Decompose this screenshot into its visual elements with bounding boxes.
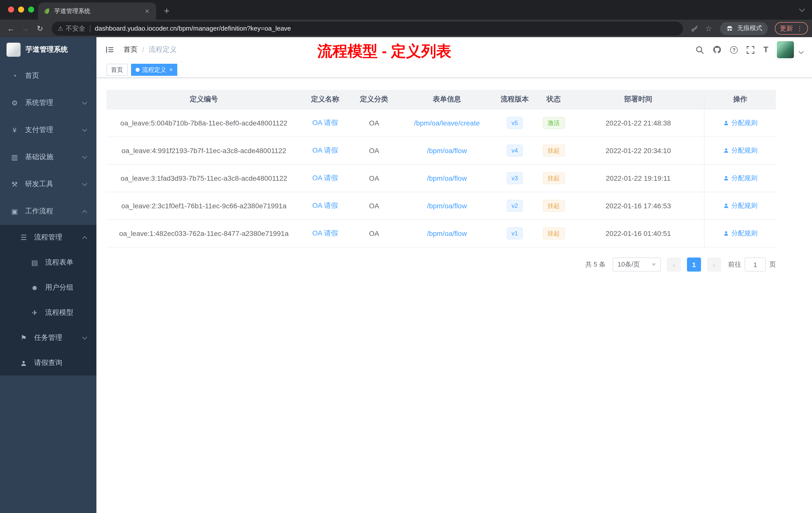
tag-home[interactable]: 首页: [107, 64, 127, 76]
assign-rule-label: 分配规则: [731, 174, 757, 183]
prev-page-button[interactable]: ‹: [667, 258, 681, 272]
search-icon[interactable]: [696, 46, 704, 54]
definition-table: 定义编号 定义名称 定义分类 表单信息 流程版本 状态 部署时间 操作 oa_l…: [107, 90, 776, 247]
close-window-button[interactable]: [8, 6, 14, 12]
macos-window-controls: [8, 6, 34, 12]
status-badge: 挂起: [543, 145, 565, 157]
cell-definition-name-link[interactable]: OA 请假: [301, 118, 349, 127]
select-chevron-icon: [652, 263, 656, 266]
cell-definition-id: oa_leave:1:482ec033-762a-11ec-8477-a2380…: [107, 230, 301, 237]
sidebar-item-process-model[interactable]: ✈ 流程模型: [0, 300, 96, 325]
goto-page-input[interactable]: [745, 258, 766, 272]
logo-avatar: [6, 43, 21, 57]
assign-rule-button[interactable]: 分配规则: [723, 229, 757, 238]
dashboard-icon: ◔: [9, 72, 20, 80]
incognito-label: 无痕模式: [737, 24, 762, 33]
new-tab-button[interactable]: +: [159, 3, 174, 19]
browser-update-button[interactable]: 更新 ⋮: [775, 22, 808, 35]
briefcase-icon: ▣: [9, 207, 20, 215]
help-icon[interactable]: ?: [730, 46, 738, 54]
security-label[interactable]: 不安全: [66, 24, 85, 33]
cell-form-link[interactable]: /bpm/oa/flow: [399, 230, 495, 237]
sidebar-item-dev-tools[interactable]: ⚒ 研发工具: [0, 171, 96, 198]
sidebar-item-home[interactable]: ◔ 首页: [0, 62, 96, 89]
version-badge: v5: [506, 117, 523, 129]
font-size-icon[interactable]: T: [763, 45, 768, 54]
next-page-button[interactable]: ›: [707, 258, 721, 272]
sidebar-item-label: 流程模型: [45, 308, 73, 317]
assign-rule-button[interactable]: 分配规则: [723, 146, 757, 155]
sidebar-item-workflow[interactable]: ▣ 工作流程: [0, 198, 96, 225]
pagination-goto: 前往 页: [728, 258, 776, 272]
sidebar-item-infrastructure[interactable]: ▥ 基础设施: [0, 144, 96, 171]
browser-menu-dots-icon[interactable]: ⋮: [796, 25, 803, 32]
table-row: oa_leave:2:3c1f0ef1-76b1-11ec-9c66-a2380…: [107, 192, 776, 220]
sidebar-item-system-management[interactable]: ⚙ 系统管理: [0, 89, 96, 117]
sidebar: 芋道管理系统 ◔ 首页 ⚙ 系统管理 ¥ 支付管理 ▥ 基础设施: [0, 37, 96, 513]
sidebar-item-process-form[interactable]: ▤ 流程表单: [0, 250, 96, 275]
tag-close-icon[interactable]: ×: [169, 66, 173, 73]
sidebar-item-payment-management[interactable]: ¥ 支付管理: [0, 117, 96, 144]
cell-form-link[interactable]: /bpm/oa/flow: [399, 174, 495, 182]
assign-rule-button[interactable]: 分配规则: [723, 118, 757, 127]
update-label: 更新: [780, 24, 793, 33]
breadcrumb: 首页 / 流程定义: [123, 45, 177, 54]
tab-title: 芋道管理系统: [54, 7, 139, 15]
cell-category: OA: [349, 174, 399, 182]
logo-title: 芋道管理系统: [26, 45, 68, 54]
sidebar-collapse-icon[interactable]: [105, 44, 116, 55]
tab-search-chevron-icon[interactable]: [799, 6, 805, 12]
cell-form-link[interactable]: /bpm/oa/flow: [399, 202, 495, 210]
page-size-select[interactable]: 10条/页: [613, 258, 661, 272]
fullscreen-icon[interactable]: [746, 46, 755, 54]
users-icon: ☻: [29, 283, 40, 292]
cell-deploy-time: 2022-01-22 20:34:10: [573, 147, 704, 155]
version-badge: v3: [506, 172, 523, 184]
sidebar-item-leave-query[interactable]: 请假查询: [0, 350, 96, 375]
app-shell: 芋道管理系统 ◔ 首页 ⚙ 系统管理 ¥ 支付管理 ▥ 基础设施: [0, 37, 812, 513]
page-number-button[interactable]: 1: [687, 258, 701, 272]
github-icon[interactable]: [713, 45, 722, 54]
cell-definition-name-link[interactable]: OA 请假: [301, 174, 349, 183]
status-badge: 挂起: [543, 228, 565, 239]
incognito-icon: [726, 24, 734, 32]
tab-close-icon[interactable]: ×: [143, 7, 151, 15]
url-text[interactable]: dashboard.yudao.iocoder.cn/bpm/manager/d…: [95, 25, 291, 32]
breadcrumb-home[interactable]: 首页: [123, 45, 138, 54]
avatar-dropdown-chevron-icon[interactable]: [799, 49, 804, 54]
form-icon: ▤: [29, 259, 40, 267]
tag-label: 首页: [111, 65, 123, 74]
assign-rule-button[interactable]: 分配规则: [723, 201, 757, 210]
cell-category: OA: [349, 119, 399, 127]
password-key-icon[interactable]: [688, 22, 701, 35]
cell-form-link[interactable]: /bpm/oa/leave/create: [399, 119, 495, 127]
browser-tab[interactable]: 芋道管理系统 ×: [38, 2, 156, 20]
minimize-window-button[interactable]: [18, 6, 24, 12]
chevron-down-icon: [82, 154, 87, 159]
page-content: 定义编号 定义名称 定义分类 表单信息 流程版本 状态 部署时间 操作 oa_l…: [96, 78, 812, 513]
sidebar-item-user-group[interactable]: ☻ 用户分组: [0, 275, 96, 300]
back-button[interactable]: ←: [4, 22, 18, 35]
sidebar-logo[interactable]: 芋道管理系统: [0, 37, 96, 62]
tag-label: 流程定义: [142, 65, 166, 74]
sidebar-item-process-management[interactable]: ☰ 流程管理: [0, 225, 96, 250]
cell-form-link[interactable]: /bpm/oa/flow: [399, 147, 495, 155]
bookmark-star-icon[interactable]: ☆: [702, 22, 715, 35]
address-bar[interactable]: ⚠ 不安全 dashboard.yudao.iocoder.cn/bpm/man…: [52, 21, 683, 35]
version-badge: v4: [506, 145, 523, 157]
sidebar-item-label: 任务管理: [34, 333, 62, 342]
cell-definition-name-link[interactable]: OA 请假: [301, 146, 349, 155]
sidebar-item-label: 流程表单: [45, 258, 73, 267]
pagination: 共 5 条 10条/页 ‹ 1 › 前往 页: [107, 258, 776, 272]
cell-definition-name-link[interactable]: OA 请假: [301, 201, 349, 210]
user-avatar[interactable]: [777, 41, 794, 58]
reload-button[interactable]: ↻: [33, 22, 47, 35]
cell-definition-name-link[interactable]: OA 请假: [301, 229, 349, 238]
cell-definition-id: oa_leave:5:004b710b-7b8a-11ec-8ef0-acde4…: [107, 119, 301, 127]
active-dot-icon: [136, 68, 140, 72]
maximize-window-button[interactable]: [28, 6, 34, 12]
tag-process-definition[interactable]: 流程定义 ×: [131, 64, 177, 76]
sidebar-item-task-management[interactable]: ⚑ 任务管理: [0, 325, 96, 350]
cell-deploy-time: 2022-01-22 19:19:11: [573, 174, 704, 182]
assign-rule-button[interactable]: 分配规则: [723, 174, 757, 183]
